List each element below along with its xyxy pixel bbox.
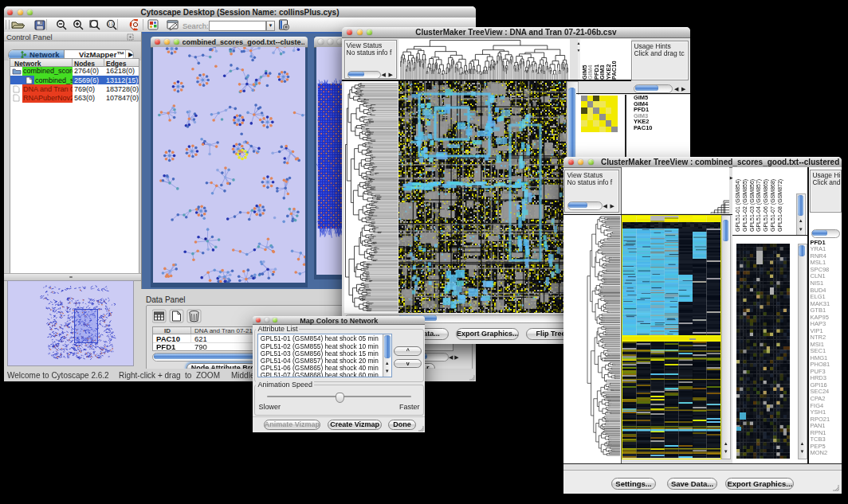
svg-text:1:1: 1:1 — [108, 22, 114, 26]
